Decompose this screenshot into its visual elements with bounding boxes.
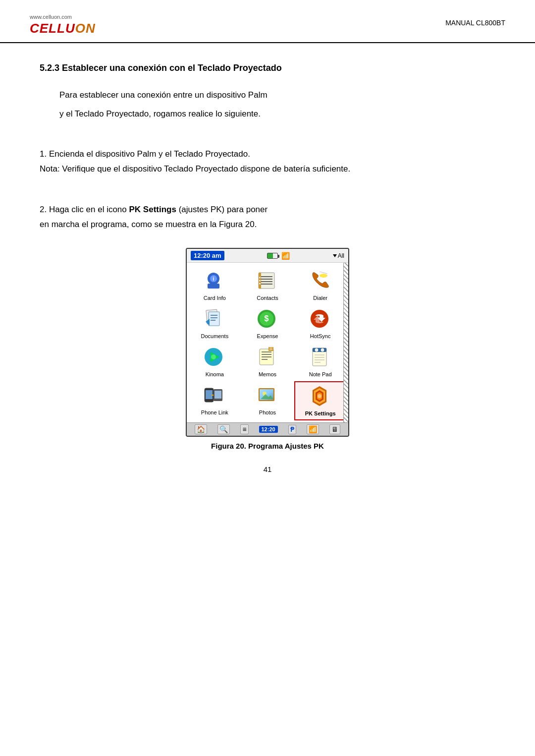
note-block: Nota: Verifique que el dispositivo Tecla… — [40, 162, 495, 176]
bluetooth-icon[interactable]: Ᵽ — [288, 425, 296, 434]
svg-rect-16 — [209, 312, 219, 326]
svg-point-13 — [320, 274, 327, 278]
app-notepad[interactable]: Note Pad — [294, 343, 346, 380]
app-contacts[interactable]: Contacts — [242, 267, 294, 304]
app-card-info[interactable]: i Card Info — [189, 267, 241, 304]
logo-area: www.celluon.com CELLUON — [30, 14, 96, 36]
app-dialer[interactable]: Dialer — [294, 267, 346, 304]
svg-point-11 — [259, 280, 261, 282]
app-kinoma[interactable]: Kinoma — [189, 343, 241, 380]
notepad-label: Note Pad — [309, 371, 332, 377]
status-icons: 📶 — [267, 252, 290, 260]
card-info-icon: i — [203, 270, 226, 293]
paragraph-1b: y el Teclado Proyectado, rogamos realice… — [59, 106, 495, 122]
all-label: All — [338, 252, 344, 259]
svg-rect-36 — [313, 348, 326, 352]
app-documents[interactable]: Documents — [189, 305, 241, 342]
expense-icon: $ — [256, 308, 279, 332]
svg-line-14 — [320, 272, 327, 274]
app-phonelink[interactable]: Phone Link — [189, 381, 241, 420]
page-header: www.celluon.com CELLUON MANUAL CL800BT — [0, 0, 535, 43]
documents-icon — [203, 308, 226, 332]
status-time: 12:20 am — [191, 251, 224, 260]
app-pksettings[interactable]: PK Settings — [294, 381, 346, 420]
svg-text:i: i — [213, 276, 214, 282]
kinoma-label: Kinoma — [206, 371, 224, 377]
home-icon[interactable]: 🏠 — [195, 424, 207, 434]
step-2-text-a: 2. Haga clic en el icono — [40, 205, 129, 214]
app-hotsync[interactable]: HotSync — [294, 305, 346, 342]
logo: CELLUON — [30, 21, 96, 36]
app-memos[interactable]: Memos — [242, 343, 294, 380]
paragraph-1a: Para establecer una conexión entre un di… — [59, 87, 495, 103]
svg-text:$: $ — [265, 314, 269, 323]
palm-device: 12:20 am 📶 All — [186, 248, 349, 437]
notepad-icon — [309, 346, 332, 370]
step-2-continued: en marcha el programa, como se muestra e… — [40, 218, 495, 232]
phonelink-label: Phone Link — [201, 409, 228, 415]
contacts-label: Contacts — [257, 295, 278, 301]
svg-rect-1 — [208, 284, 219, 289]
svg-point-10 — [259, 277, 261, 279]
card-info-label: Card Info — [204, 295, 226, 301]
dialer-icon — [309, 270, 332, 293]
step-2-bold: PK Settings — [129, 205, 176, 214]
figure-caption: Figura 20. Programa Ajustes PK — [211, 442, 324, 450]
documents-label: Documents — [201, 333, 229, 339]
step-2-text-b: (ajustes PK) para poner — [176, 205, 268, 214]
section-heading: 5.2.3 Establecer una conexión con el Tec… — [40, 63, 495, 73]
svg-point-12 — [259, 283, 261, 285]
app-expense[interactable]: $ Expense — [242, 305, 294, 342]
pksettings-label: PK Settings — [305, 410, 336, 416]
contacts-icon — [256, 270, 279, 293]
dialer-label: Dialer — [313, 295, 327, 301]
svg-point-37 — [315, 349, 318, 351]
svg-point-26 — [211, 354, 216, 359]
logo-on: ON — [75, 21, 96, 36]
main-content: 5.2.3 Establecer una conexión con el Tec… — [0, 43, 535, 503]
photos-label: Photos — [259, 409, 276, 415]
taskbar: 🏠 🔍 ≡ 12:20 Ᵽ 📶 🖥 — [187, 422, 348, 436]
all-dropdown[interactable]: All — [333, 252, 344, 259]
expense-label: Expense — [257, 333, 278, 339]
search-icon[interactable]: 🔍 — [217, 424, 230, 434]
svg-rect-32 — [268, 347, 273, 351]
memos-icon — [256, 346, 279, 370]
app-grid: i Card Info — [187, 263, 348, 422]
step-1: 1. Encienda el dispositivo Palm y el Tec… — [40, 149, 495, 159]
hotsync-label: HotSync — [310, 333, 331, 339]
screen-icon[interactable]: 🖥 — [329, 424, 340, 434]
svg-rect-44 — [206, 390, 213, 399]
menu-icon[interactable]: ≡ — [240, 424, 248, 434]
taskbar-time: 12:20 — [259, 426, 278, 433]
app-photos[interactable]: Photos — [242, 381, 294, 420]
manual-title: MANUAL CL800BT — [445, 19, 505, 27]
battery-icon — [267, 253, 278, 259]
memos-label: Memos — [259, 371, 276, 377]
dropdown-arrow-icon — [333, 254, 337, 257]
svg-rect-46 — [214, 391, 221, 399]
svg-point-57 — [318, 394, 321, 398]
photos-icon — [256, 384, 279, 408]
hotsync-icon — [309, 308, 332, 332]
svg-point-38 — [321, 349, 324, 351]
status-bar: 12:20 am 📶 All — [187, 249, 348, 263]
page-number: 41 — [40, 465, 495, 483]
signal-icon: 📶 — [281, 252, 290, 260]
logo-url: www.celluon.com — [30, 14, 72, 20]
kinoma-icon — [203, 346, 226, 370]
wifi-icon[interactable]: 📶 — [307, 424, 319, 434]
phonelink-icon — [203, 384, 226, 408]
pksettings-icon — [309, 385, 332, 409]
step-2: 2. Haga clic en el icono PK Settings (aj… — [40, 205, 495, 215]
logo-cellu: CELLU — [30, 21, 75, 36]
figure-container: 12:20 am 📶 All — [40, 248, 495, 450]
scrollbar[interactable] — [343, 263, 348, 422]
